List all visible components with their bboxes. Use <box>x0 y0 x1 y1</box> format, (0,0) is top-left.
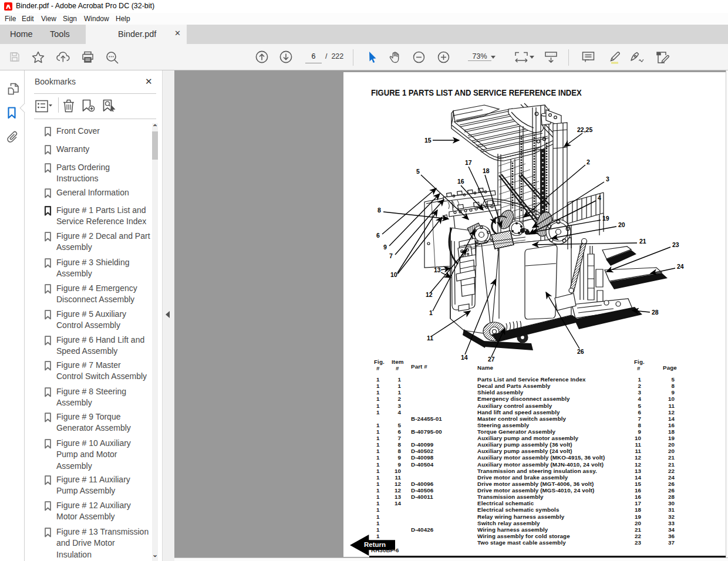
svg-text:17: 17 <box>465 159 472 166</box>
svg-text:1: 1 <box>429 309 433 316</box>
svg-text:12: 12 <box>426 291 433 298</box>
svg-text:9: 9 <box>383 244 387 251</box>
svg-text:3: 3 <box>606 175 609 183</box>
svg-text:19: 19 <box>602 215 609 222</box>
svg-text:21: 21 <box>639 238 646 245</box>
svg-text:20: 20 <box>618 221 625 228</box>
svg-text:23: 23 <box>672 241 679 248</box>
svg-text:27: 27 <box>488 356 495 363</box>
svg-text:26: 26 <box>577 348 584 355</box>
svg-text:13: 13 <box>434 266 441 273</box>
svg-text:5: 5 <box>416 168 420 175</box>
svg-text:18: 18 <box>483 167 490 174</box>
svg-text:16: 16 <box>457 178 464 185</box>
svg-text:14: 14 <box>461 354 468 361</box>
svg-text:8: 8 <box>378 207 381 214</box>
svg-text:7: 7 <box>389 252 393 259</box>
svg-text:4: 4 <box>598 194 601 201</box>
svg-text:15: 15 <box>424 137 432 144</box>
svg-text:10: 10 <box>390 271 397 278</box>
svg-text:24: 24 <box>677 263 684 270</box>
svg-text:22,25: 22,25 <box>577 126 592 133</box>
svg-text:28: 28 <box>652 309 659 316</box>
svg-text:6: 6 <box>376 232 380 239</box>
svg-text:11: 11 <box>427 334 433 342</box>
svg-text:2: 2 <box>587 158 590 165</box>
